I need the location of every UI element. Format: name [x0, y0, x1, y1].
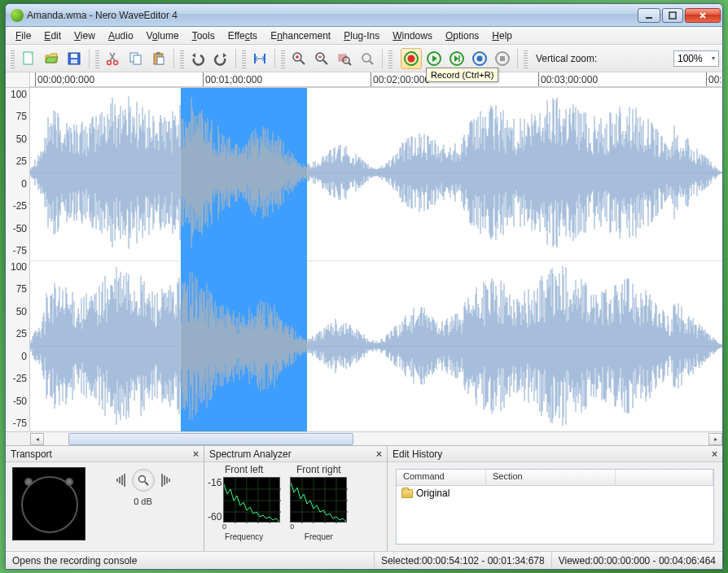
toolbar: Vertical zoom: 100% ▾ Record (Ctrl+R) — [6, 45, 722, 72]
timeline-ruler[interactable]: 00:00;00:00000:01;00:00000:02;00:00000:0… — [30, 72, 722, 87]
waveform-area[interactable] — [30, 88, 722, 431]
waveform-container: 1007550250-25-50-751007550250-25-50-75 — [6, 88, 722, 431]
menu-help[interactable]: Help — [485, 28, 519, 43]
history-col-blank[interactable] — [616, 470, 713, 485]
open-file-button[interactable] — [41, 48, 62, 69]
history-col-command[interactable]: Command — [397, 470, 486, 485]
scroll-track[interactable] — [44, 433, 708, 445]
zoom-fit-button[interactable] — [357, 48, 378, 69]
app-icon — [11, 9, 24, 22]
toolbar-grip[interactable] — [281, 49, 285, 68]
y-tick: 50 — [16, 306, 27, 317]
toolbar-grip[interactable] — [524, 49, 528, 68]
close-panel-icon[interactable]: × — [376, 448, 382, 460]
zoom-out-button[interactable] — [311, 48, 332, 69]
close-panel-icon[interactable]: × — [712, 448, 717, 460]
ruler-tick: 00:01;00:000 — [203, 72, 262, 86]
amplitude-axis: 1007550250-25-50-751007550250-25-50-75 — [6, 88, 30, 431]
svg-point-26 — [138, 476, 145, 483]
rewind-button[interactable] — [469, 48, 490, 69]
vertical-zoom-combo[interactable]: 100% ▾ — [673, 50, 719, 67]
toolbar-grip[interactable] — [11, 49, 15, 68]
menu-options[interactable]: Options — [439, 28, 485, 43]
minimize-button[interactable] — [638, 8, 660, 23]
scroll-left-button[interactable]: ◂ — [30, 433, 44, 445]
menu-tools[interactable]: Tools — [186, 28, 221, 43]
menu-volume[interactable]: Volume — [140, 28, 186, 43]
y-tick: 50 — [16, 133, 27, 145]
record-button[interactable] — [401, 48, 422, 69]
horizontal-scrollbar[interactable]: ◂ ▸ — [30, 431, 722, 445]
zoom-selection-button[interactable] — [334, 48, 355, 69]
history-table[interactable]: Command Section Original — [396, 469, 714, 545]
history-col-section[interactable]: Section — [486, 470, 616, 485]
stop-button[interactable] — [492, 48, 513, 69]
svg-rect-9 — [134, 55, 141, 64]
spec-x-zero: 0 — [290, 523, 294, 531]
channel-right — [30, 260, 722, 430]
new-file-button[interactable] — [18, 48, 39, 69]
y-tick: 100 — [11, 261, 27, 273]
title-bar[interactable]: Amanda.wma - Nero WaveEditor 4 — [6, 4, 722, 27]
spec-y-top: -16 — [208, 477, 221, 488]
maximize-button[interactable] — [662, 8, 683, 23]
ruler-tick: 00:00;00:000 — [35, 72, 94, 86]
cut-button[interactable] — [103, 48, 124, 69]
scroll-thumb[interactable] — [68, 433, 353, 445]
y-tick: -25 — [13, 200, 27, 212]
undo-button[interactable] — [187, 48, 208, 69]
edit-history-panel: Edit History× Command Section Original — [388, 446, 722, 551]
history-row-label: Original — [416, 488, 450, 499]
transport-title: Transport — [11, 448, 52, 460]
y-tick: 75 — [16, 111, 27, 122]
y-tick: 100 — [11, 89, 27, 100]
paste-button[interactable] — [148, 48, 169, 69]
menu-bar: File Edit View Audio Volume Tools Effect… — [6, 27, 722, 45]
y-tick: 0 — [21, 351, 27, 362]
record-tooltip: Record (Ctrl+R) — [426, 68, 498, 82]
scroll-right-button[interactable]: ▸ — [708, 433, 722, 445]
zoom-in-button[interactable] — [288, 48, 309, 69]
transport-panel: Transport× 0 dB — [6, 446, 204, 551]
play-loop-button[interactable] — [446, 48, 467, 69]
redo-button[interactable] — [210, 48, 231, 69]
toolbar-grip[interactable] — [388, 49, 393, 68]
copy-button[interactable] — [125, 48, 147, 69]
menu-enhancement[interactable]: Enhancement — [264, 28, 337, 43]
ruler-tick: 00:02;00:000 — [371, 72, 430, 86]
y-tick: -75 — [13, 245, 27, 256]
menu-audio[interactable]: Audio — [102, 28, 140, 43]
play-button[interactable] — [423, 48, 445, 69]
y-tick: 75 — [16, 283, 27, 295]
menu-windows[interactable]: Windows — [386, 28, 439, 43]
menu-plugins[interactable]: Plug-Ins — [337, 28, 386, 43]
history-row[interactable]: Original — [397, 486, 713, 501]
menu-view[interactable]: View — [68, 28, 102, 43]
vertical-zoom-label: Vertical zoom: — [531, 53, 605, 64]
magnify-button[interactable] — [132, 469, 155, 492]
status-selected: Selected:00:00:54:102 - 00:01:34:678 — [375, 552, 552, 569]
y-tick: -50 — [13, 396, 27, 407]
svg-point-17 — [362, 54, 371, 62]
menu-file[interactable]: File — [9, 28, 37, 43]
spec-xlabel-left: Frequency — [225, 532, 263, 541]
save-button[interactable] — [64, 48, 85, 69]
y-tick: 0 — [21, 178, 27, 190]
y-tick: 25 — [16, 155, 27, 167]
menu-edit[interactable]: Edit — [37, 28, 68, 43]
svg-rect-0 — [646, 17, 652, 19]
toolbar-grip[interactable] — [180, 49, 184, 68]
toolbar-grip[interactable] — [95, 49, 99, 68]
chevron-down-icon: ▾ — [712, 55, 715, 62]
markers-button[interactable] — [249, 48, 270, 69]
ruler-tick: 00:0 — [706, 72, 723, 86]
toolbar-grip[interactable] — [242, 49, 246, 68]
spectrum-left-graph — [223, 477, 280, 523]
jog-wheel[interactable] — [12, 467, 86, 540]
level-left-icon — [116, 474, 125, 487]
close-button[interactable] — [685, 8, 721, 23]
menu-effects[interactable]: Effects — [221, 28, 264, 43]
y-tick: -50 — [13, 223, 27, 234]
close-panel-icon[interactable]: × — [193, 448, 199, 460]
history-header[interactable]: Command Section — [397, 470, 713, 486]
